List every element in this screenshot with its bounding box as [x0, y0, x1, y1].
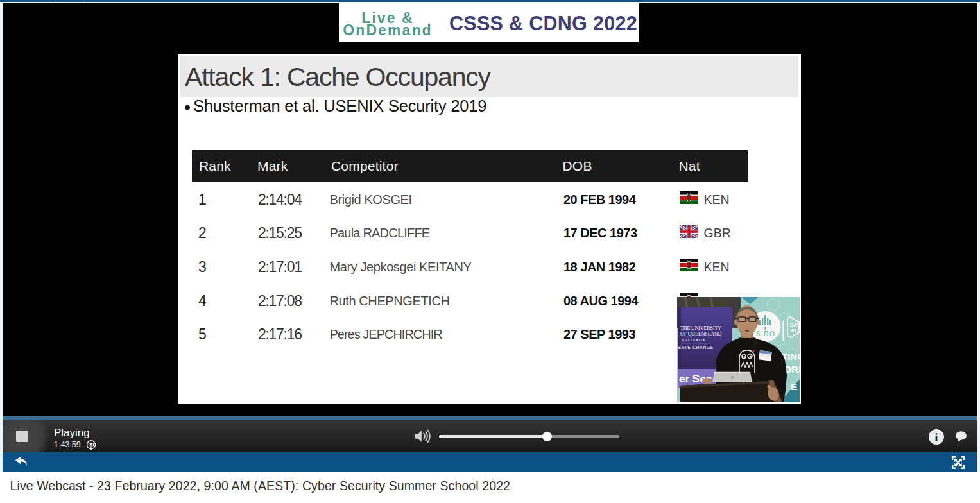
- svg-text:SIRO: SIRO: [756, 330, 775, 337]
- svg-text:i: i: [934, 431, 938, 444]
- svg-text:61: 61: [791, 328, 796, 334]
- svg-text:AUSTRALIA: AUSTRALIA: [682, 338, 706, 341]
- svg-text:EATE CHANGE: EATE CHANGE: [678, 345, 714, 350]
- svg-text:E: E: [791, 381, 797, 392]
- svg-text:OF QUEENSLAND: OF QUEENSLAND: [680, 331, 722, 337]
- svg-text:THE UNIVERSITY: THE UNIVERSITY: [680, 325, 721, 331]
- svg-text:DATA: DATA: [790, 322, 800, 328]
